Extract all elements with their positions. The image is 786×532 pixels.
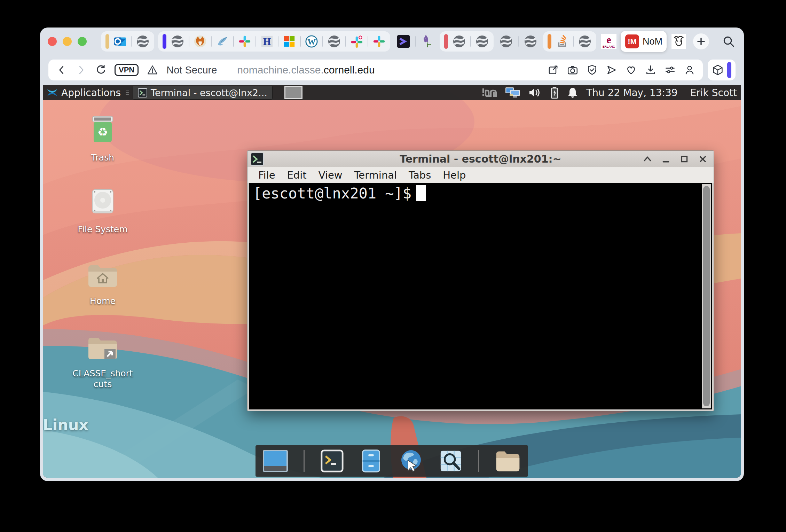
close-window-icon[interactable] <box>698 155 707 164</box>
maximize-window-icon[interactable] <box>680 155 689 164</box>
desktop-icon-home[interactable]: Home <box>72 259 133 306</box>
shield-check-icon[interactable] <box>587 64 598 76</box>
globe-icon[interactable] <box>499 34 513 48</box>
minimize-window-icon[interactable] <box>661 155 670 164</box>
notifications-bell-icon[interactable] <box>567 87 579 99</box>
globe-icon[interactable] <box>524 34 537 48</box>
sidebar-toggle[interactable] <box>708 60 736 80</box>
warning-icon <box>147 64 158 76</box>
display-tray-icon[interactable] <box>505 86 521 99</box>
tab-group-indicator[interactable] <box>163 34 166 49</box>
active-tab-nomachine[interactable]: !M NoM <box>621 31 667 52</box>
desktop-icon-classe-shortcuts[interactable]: CLASSE_short cuts <box>72 332 133 390</box>
desktop-icon-label: File System <box>72 224 133 235</box>
lavender-icon[interactable] <box>421 35 434 48</box>
desktop-icon-label: Trash <box>72 152 133 163</box>
cube-icon <box>712 64 724 76</box>
scrollbar-thumb[interactable] <box>703 186 710 406</box>
panel-handle <box>126 91 129 95</box>
search-icon[interactable] <box>722 35 735 48</box>
browser-url-row: VPN Not Secure nomachine.classe.cornell.… <box>40 55 744 85</box>
workspace-pager[interactable] <box>284 86 302 99</box>
globe-icon[interactable] <box>171 34 184 48</box>
terminal-scrollbar[interactable] <box>702 184 711 408</box>
back-icon[interactable] <box>56 64 67 76</box>
system-tray: Thu 22 May, 13:39 Erik Scott <box>482 86 741 99</box>
dock-divider <box>478 450 479 472</box>
screenshot-stage: H W <box>0 0 786 532</box>
wordpress-icon[interactable]: W <box>305 35 318 48</box>
tab-group-indicator[interactable] <box>105 34 109 49</box>
applications-menu[interactable]: Applications <box>43 85 124 100</box>
file-manager-icon[interactable] <box>360 449 383 473</box>
menu-file[interactable]: File <box>252 169 281 181</box>
globe-icon[interactable] <box>578 34 592 48</box>
panel-clock[interactable]: Thu 22 May, 13:39 <box>586 87 677 99</box>
terminal-window[interactable]: Terminal - escott@lnx201:~ File Edit Vie… <box>247 150 714 411</box>
volume-tray-icon[interactable] <box>528 87 542 99</box>
reload-icon[interactable] <box>95 64 106 76</box>
heart-icon[interactable] <box>626 64 637 76</box>
desktop-icon-trash[interactable]: ♻ Trash <box>72 115 133 163</box>
remote-desktop-view[interactable]: Applications Terminal - escott@lnx2... T… <box>43 85 741 478</box>
terminal-dock-icon[interactable] <box>320 449 344 473</box>
zoom-window-button[interactable] <box>78 37 87 46</box>
tab-group-indicator[interactable] <box>444 34 448 49</box>
camera-icon[interactable] <box>567 64 578 76</box>
browser-tab-bar: H W <box>40 28 744 55</box>
folder-dock-icon[interactable] <box>495 449 521 473</box>
outlook-icon[interactable] <box>113 35 127 48</box>
menu-tabs[interactable]: Tabs <box>403 169 437 181</box>
svg-text:e: e <box>606 34 611 45</box>
taskbar-window-button[interactable]: Terminal - escott@lnx2... <box>133 86 273 100</box>
file-system-icon <box>88 187 118 220</box>
web-browser-icon[interactable] <box>398 448 423 474</box>
slack-icon[interactable] <box>372 35 386 48</box>
application-finder-icon[interactable] <box>439 449 463 473</box>
terminal-app-icon[interactable] <box>396 34 410 48</box>
sliders-icon[interactable] <box>665 64 676 76</box>
hypothesis-h-icon[interactable]: H <box>260 35 274 48</box>
shade-window-icon[interactable] <box>643 155 652 164</box>
address-bar[interactable]: VPN Not Secure nomachine.classe.cornell.… <box>48 60 703 80</box>
globe-icon[interactable] <box>136 34 150 48</box>
show-desktop-icon[interactable] <box>262 449 288 472</box>
minimize-window-button[interactable] <box>63 37 72 46</box>
close-window-button[interactable] <box>48 37 57 46</box>
panel-username[interactable]: Erik Scott <box>690 87 737 99</box>
slack-icon[interactable] <box>238 35 251 48</box>
microsoft-icon[interactable] <box>283 35 296 48</box>
stackoverflow-icon[interactable] <box>556 35 569 48</box>
desktop-icon-file-system[interactable]: File System <box>72 187 133 235</box>
menu-view[interactable]: View <box>313 169 348 181</box>
terminal-screen[interactable]: [escott@lnx201 ~]$ <box>249 183 712 409</box>
vpn-badge[interactable]: VPN <box>115 64 139 76</box>
menu-terminal[interactable]: Terminal <box>348 169 403 181</box>
thunderbird-icon[interactable] <box>194 35 207 48</box>
nomachine-icon: !M <box>625 34 639 49</box>
battery-tray-icon[interactable] <box>550 86 559 99</box>
globe-icon[interactable] <box>327 34 341 48</box>
menu-edit[interactable]: Edit <box>281 169 313 181</box>
forward-icon[interactable] <box>76 64 87 76</box>
gnu-tab-icon[interactable] <box>671 34 686 49</box>
send-icon[interactable] <box>606 64 617 76</box>
desktop-icon-label: CLASSE_short cuts <box>72 368 133 390</box>
svg-text:W: W <box>307 37 316 46</box>
erlang-tab-icon[interactable]: eERLANG <box>601 34 616 49</box>
terminal-titlebar[interactable]: Terminal - escott@lnx201:~ <box>247 151 714 167</box>
profile-icon[interactable] <box>684 64 695 76</box>
nomachine-tray-icon[interactable] <box>482 87 497 98</box>
url-text[interactable]: nomachine.classe.cornell.edu <box>237 64 375 76</box>
slack-notification-icon[interactable] <box>350 35 363 48</box>
globe-icon[interactable] <box>475 34 489 48</box>
download-icon[interactable] <box>645 64 656 76</box>
globe-icon[interactable] <box>452 34 466 48</box>
new-tab-button[interactable] <box>693 33 709 49</box>
swift-bird-icon[interactable] <box>216 35 229 48</box>
menu-help[interactable]: Help <box>437 169 472 181</box>
wallpaper-linux-label: Linux <box>43 416 88 433</box>
desktop-top-panel: Applications Terminal - escott@lnx2... T… <box>43 85 741 100</box>
tab-group-indicator[interactable] <box>548 34 551 49</box>
share-pin-icon[interactable] <box>548 64 559 76</box>
